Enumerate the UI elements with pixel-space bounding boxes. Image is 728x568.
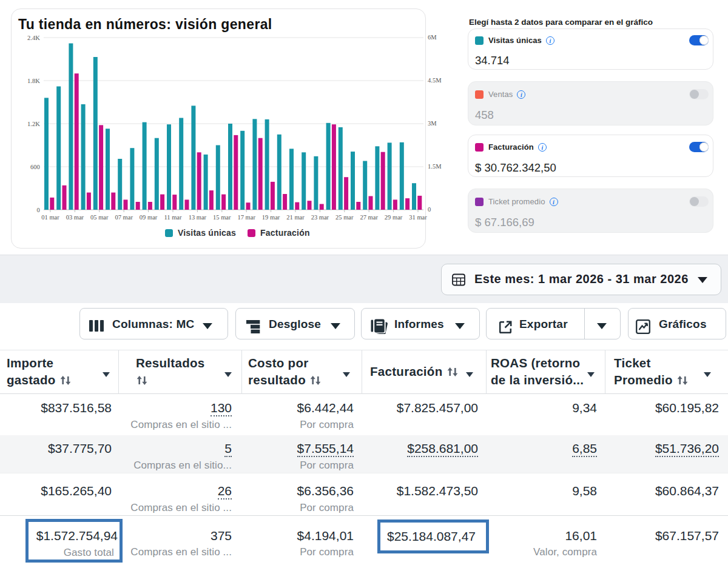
svg-text:15 mar: 15 mar [213, 214, 231, 221]
svg-text:21 mar: 21 mar [286, 214, 305, 221]
svg-text:05 mar: 05 mar [90, 214, 109, 221]
svg-text:11 mar: 11 mar [164, 214, 182, 221]
svg-text:19 mar: 19 mar [262, 214, 280, 221]
svg-text:600: 600 [30, 164, 40, 170]
svg-text:0: 0 [37, 207, 40, 213]
svg-text:13 mar: 13 mar [189, 214, 207, 221]
svg-text:23 mar: 23 mar [311, 214, 329, 221]
svg-text:1.8K: 1.8K [27, 78, 40, 84]
svg-text:1.2K: 1.2K [27, 121, 40, 127]
svg-text:03 mar: 03 mar [66, 214, 84, 221]
svg-text:09 mar: 09 mar [140, 214, 158, 221]
svg-text:07 mar: 07 mar [115, 214, 133, 221]
svg-text:27 mar: 27 mar [360, 214, 378, 221]
svg-text:25 mar: 25 mar [335, 214, 354, 221]
svg-text:31 mar: 31 mar [409, 214, 427, 221]
svg-text:29 mar: 29 mar [385, 214, 403, 221]
svg-text:01 mar: 01 mar [41, 214, 59, 221]
svg-text:2.4K: 2.4K [27, 35, 40, 41]
svg-text:17 mar: 17 mar [237, 214, 255, 221]
